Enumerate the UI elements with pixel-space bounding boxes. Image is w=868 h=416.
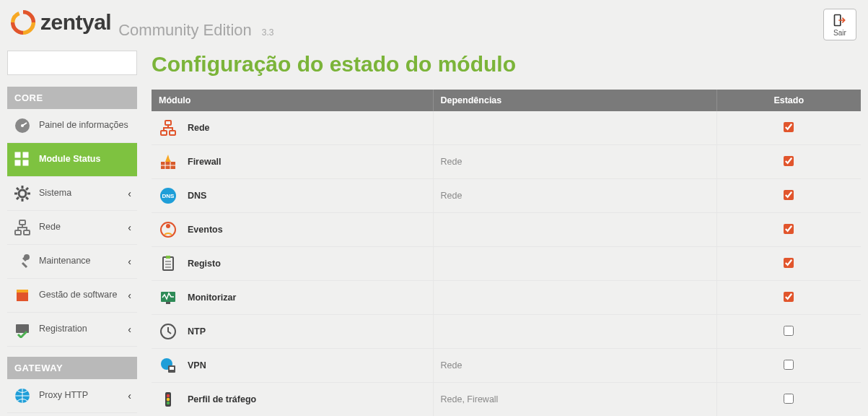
module-enable-checkbox[interactable] — [784, 258, 794, 268]
dns-icon — [159, 186, 177, 205]
module-deps — [433, 281, 716, 315]
monitor-icon — [159, 288, 177, 307]
module-name: Firewall — [188, 157, 222, 167]
module-deps — [433, 315, 716, 349]
sidebar-item[interactable]: Maintenance — [7, 245, 137, 279]
search-input[interactable] — [14, 58, 135, 69]
brand: zentyal Community Edition 3.3 — [10, 9, 274, 40]
sidebar-item[interactable]: Rede — [7, 211, 137, 245]
main-content: Configuração do estado do módulo Módulo … — [152, 51, 861, 416]
table-row: Eventos — [152, 213, 861, 247]
table-row: Perfil de tráfegoRede, Firewall — [152, 383, 861, 417]
module-deps — [433, 213, 716, 247]
module-enable-checkbox[interactable] — [784, 190, 794, 200]
table-row: Rede — [152, 111, 861, 145]
table-row: Registo — [152, 247, 861, 281]
events-icon — [159, 220, 177, 239]
package-icon — [13, 286, 32, 305]
tools-icon — [13, 252, 32, 271]
logout-label: Sair — [833, 29, 846, 37]
module-deps: Rede — [433, 179, 716, 213]
sidebar-item[interactable]: Gestão de software — [7, 279, 137, 313]
table-row: Monitorizar — [152, 281, 861, 315]
sidebar-item-label: Sistema — [39, 188, 71, 199]
traffic-icon — [159, 390, 177, 409]
clock-icon — [159, 322, 177, 341]
gauge-icon — [13, 116, 32, 135]
module-enable-checkbox[interactable] — [784, 156, 794, 166]
sidebar-item-label: Gestão de software — [39, 290, 117, 301]
modules-table: Módulo Dependências Estado RedeFirewallR… — [152, 90, 861, 416]
module-deps: Rede — [433, 349, 716, 383]
register-icon — [13, 320, 32, 339]
module-name: Rede — [188, 123, 210, 133]
table-row: NTP — [152, 315, 861, 349]
sidebar-item-label: Painel de informações — [39, 120, 128, 131]
gear-icon — [13, 184, 32, 203]
module-enable-checkbox[interactable] — [784, 360, 794, 370]
sidebar-section-header: CORE — [7, 87, 137, 109]
module-enable-checkbox[interactable] — [784, 394, 794, 404]
sidebar-item-label: Maintenance — [39, 256, 91, 267]
brand-subtitle: Community Edition — [118, 21, 252, 40]
col-deps-header: Dependências — [433, 90, 716, 111]
table-row: DNSRede — [152, 179, 861, 213]
brand-logo: zentyal — [10, 9, 111, 35]
page-title: Configuração do estado do módulo — [152, 52, 861, 77]
module-name: Registo — [188, 259, 221, 269]
module-enable-checkbox[interactable] — [784, 224, 794, 234]
network-icon — [13, 218, 32, 237]
sidebar-section-header: GATEWAY — [7, 357, 137, 379]
module-deps: Rede, Firewall — [433, 383, 716, 417]
table-row: VPNRede — [152, 349, 861, 383]
sidebar-item[interactable]: Proxy HTTP — [7, 379, 137, 413]
module-name: NTP — [188, 326, 206, 337]
module-enable-checkbox[interactable] — [784, 326, 794, 336]
module-deps — [433, 247, 716, 281]
brand-name: zentyal — [40, 10, 111, 35]
sidebar-item-label: Proxy HTTP — [39, 390, 88, 402]
sidebar-item-label: Module Status — [39, 154, 100, 165]
sidebar-item[interactable]: Module Status — [7, 143, 137, 177]
sidebar-item[interactable]: Registration — [7, 313, 137, 347]
zentyal-logo-icon — [10, 9, 36, 35]
module-name: VPN — [188, 360, 206, 370]
col-state-header: Estado — [716, 90, 861, 111]
module-enable-checkbox[interactable] — [784, 122, 794, 132]
module-name: DNS — [188, 191, 206, 201]
grid-icon — [13, 150, 32, 169]
network-icon — [159, 118, 177, 137]
firewall-icon — [159, 152, 177, 171]
table-row: FirewallRede — [152, 145, 861, 179]
module-name: Monitorizar — [188, 292, 236, 303]
col-module-header: Módulo — [152, 90, 433, 111]
sidebar-item[interactable]: Sistema — [7, 177, 137, 211]
sidebar: COREPainel de informaçõesModule StatusSi… — [7, 51, 137, 416]
brand-version: 3.3 — [262, 27, 274, 38]
topbar: zentyal Community Edition 3.3 Sair — [0, 0, 868, 46]
sidebar-item-label: Registration — [39, 324, 87, 335]
module-enable-checkbox[interactable] — [784, 292, 794, 302]
search-box[interactable] — [7, 51, 137, 75]
log-icon — [159, 254, 177, 273]
module-name: Eventos — [188, 225, 223, 235]
vpn-icon — [159, 356, 177, 375]
module-name: Perfil de tráfego — [188, 394, 256, 404]
globe-icon — [13, 386, 32, 405]
logout-icon — [832, 13, 848, 27]
sidebar-item-label: Rede — [39, 222, 61, 233]
sidebar-item[interactable]: Painel de informações — [7, 109, 137, 143]
module-deps — [433, 111, 716, 145]
module-deps: Rede — [433, 145, 716, 179]
logout-button[interactable]: Sair — [823, 9, 856, 40]
